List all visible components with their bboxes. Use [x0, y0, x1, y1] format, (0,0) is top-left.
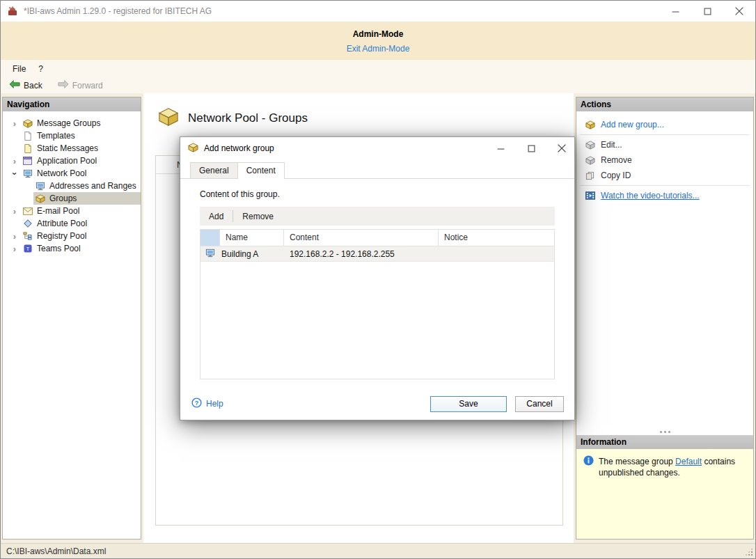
nav-item-application-pool[interactable]: Application Pool: [3, 155, 141, 167]
maximize-icon[interactable]: [691, 1, 723, 22]
save-button[interactable]: Save: [430, 396, 507, 412]
groups-icon: [35, 194, 45, 203]
help-link[interactable]: ? Help: [191, 397, 223, 410]
svg-text:T: T: [26, 246, 29, 252]
window-title: *IBI-aws Admin 1.29.0 - registered for I…: [24, 6, 659, 16]
network-pool-icon: [22, 169, 33, 178]
registry-pool-icon: [22, 232, 33, 240]
network-pool-groups-icon: [158, 107, 179, 129]
minimize-icon[interactable]: [659, 1, 691, 22]
chevron-right-icon[interactable]: [8, 207, 21, 216]
templates-icon: [22, 132, 33, 141]
action-add-new-group[interactable]: Add new group...: [576, 117, 753, 132]
svg-text:?: ?: [195, 400, 198, 407]
default-group-link[interactable]: Default: [675, 457, 702, 466]
edit-icon: [585, 141, 595, 150]
chevron-right-icon[interactable]: [8, 232, 21, 241]
teams-pool-icon: T: [22, 244, 33, 253]
video-tutorials-icon: [585, 191, 595, 200]
information-panel: Information The message group Default co…: [576, 435, 753, 539]
menu-help[interactable]: ?: [32, 62, 49, 76]
action-remove[interactable]: Remove: [576, 152, 753, 168]
table-header-row: Name Content Notice: [200, 230, 554, 246]
chevron-down-icon[interactable]: [8, 169, 21, 178]
chevron-right-icon[interactable]: [8, 119, 21, 128]
status-file-path: C:\IBI-aws\Admin\Data.xml: [6, 546, 106, 556]
column-notice[interactable]: Notice: [439, 230, 554, 246]
remove-button[interactable]: Remove: [233, 207, 283, 226]
nav-item-teams-pool[interactable]: T Teams Pool: [3, 242, 141, 255]
app-icon: [7, 6, 18, 17]
page-title: Network Pool - Groups: [188, 111, 308, 125]
nav-item-message-groups[interactable]: Message Groups: [3, 117, 141, 129]
add-group-icon: [585, 120, 595, 129]
information-message: The message group Default contains unpub…: [599, 455, 741, 478]
add-button[interactable]: Add: [200, 207, 233, 226]
nav-item-email-pool[interactable]: E-mail Pool: [3, 205, 141, 217]
back-button[interactable]: Back: [6, 79, 45, 92]
nav-item-network-pool[interactable]: Network Pool: [3, 167, 141, 180]
nav-item-registry-pool[interactable]: Registry Pool: [3, 230, 141, 242]
title-bar: *IBI-aws Admin 1.29.0 - registered for I…: [1, 1, 755, 22]
forward-arrow-icon: [58, 79, 69, 91]
nav-toolbar: Back Forward: [1, 77, 755, 93]
menu-bar: File ?: [1, 60, 755, 77]
forward-button[interactable]: Forward: [55, 79, 106, 92]
action-edit[interactable]: Edit...: [576, 137, 753, 152]
navigation-tree: Message Groups Templates Static Messages…: [3, 111, 141, 255]
copy-icon: [585, 171, 595, 180]
dialog-title: Add network group: [204, 143, 482, 153]
column-content[interactable]: Content: [284, 230, 439, 246]
resize-grip[interactable]: [744, 547, 753, 556]
admin-mode-title: Admin-Mode: [1, 29, 755, 39]
back-label: Back: [24, 81, 42, 90]
chevron-right-icon[interactable]: [8, 244, 21, 253]
app-window: *IBI-aws Admin 1.29.0 - registered for I…: [0, 0, 756, 559]
dialog-minimize-icon[interactable]: [488, 137, 513, 159]
action-copy-id[interactable]: Copy ID: [576, 168, 753, 183]
dialog-description: Content of this group.: [180, 179, 574, 207]
addresses-ranges-icon: [35, 182, 45, 191]
back-arrow-icon: [9, 79, 20, 91]
actions-panel: Actions Add new group... Edit... Remove: [576, 97, 754, 540]
tab-general[interactable]: General: [190, 162, 238, 178]
table-row[interactable]: Building A 192.168.2.2 - 192.168.2.255: [200, 246, 554, 262]
nav-item-static-messages[interactable]: Static Messages: [3, 142, 141, 155]
dialog-close-icon[interactable]: [549, 137, 574, 159]
column-icon[interactable]: [200, 230, 220, 246]
dialog-maximize-icon[interactable]: [519, 137, 544, 159]
actions-header: Actions: [576, 97, 753, 111]
nav-item-attribute-pool[interactable]: Attribute Pool: [3, 217, 141, 230]
info-icon: [583, 455, 594, 468]
add-network-group-dialog: Add network group General Content Conten…: [180, 136, 575, 420]
exit-admin-mode-link[interactable]: Exit Admin-Mode: [347, 44, 410, 54]
cell-name: Building A: [220, 249, 284, 259]
admin-mode-banner: Admin-Mode Exit Admin-Mode: [1, 22, 755, 60]
dialog-title-bar: Add network group: [180, 137, 574, 159]
cancel-button[interactable]: Cancel: [515, 396, 564, 412]
dialog-footer: ? Help Save Cancel: [180, 388, 574, 420]
actions-divider: [580, 134, 750, 135]
navigation-panel: Navigation Message Groups Templates Stat…: [2, 97, 141, 540]
email-pool-icon: [22, 207, 33, 215]
panel-splitter-grip[interactable]: [576, 427, 753, 432]
action-watch-video-tutorials[interactable]: Watch the video-tutorials...: [576, 188, 753, 203]
close-icon[interactable]: [723, 1, 755, 22]
forward-label: Forward: [72, 81, 103, 90]
tab-content[interactable]: Content: [237, 162, 285, 179]
menu-file[interactable]: File: [6, 62, 32, 76]
nav-item-templates[interactable]: Templates: [3, 129, 141, 142]
network-range-icon: [205, 249, 215, 260]
information-header: Information: [576, 435, 753, 449]
application-pool-icon: [22, 157, 33, 165]
nav-item-addresses-and-ranges[interactable]: Addresses and Ranges: [3, 180, 141, 192]
status-bar: C:\IBI-aws\Admin\Data.xml: [1, 543, 755, 558]
help-icon: ?: [191, 397, 202, 410]
column-name[interactable]: Name: [220, 230, 284, 246]
chevron-right-icon[interactable]: [8, 157, 21, 166]
nav-item-groups[interactable]: Groups: [3, 192, 141, 205]
cell-content: 192.168.2.2 - 192.168.2.255: [284, 249, 439, 259]
group-content-table: Name Content Notice Building A 192.168.2…: [200, 229, 555, 379]
static-messages-icon: [22, 144, 33, 153]
remove-icon: [585, 156, 595, 165]
